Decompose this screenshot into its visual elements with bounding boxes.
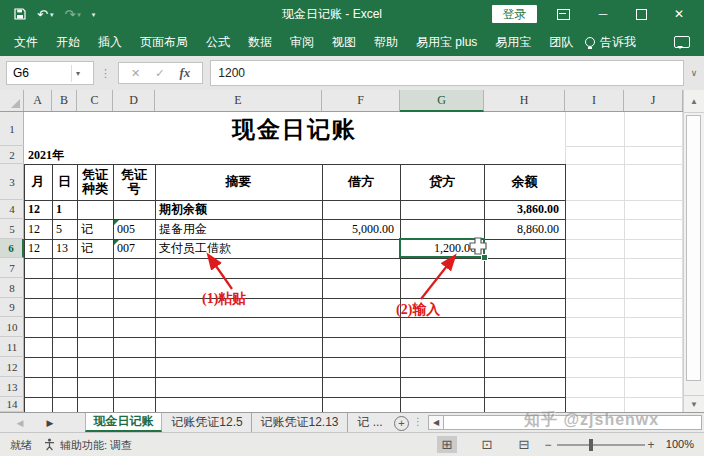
insert-function-icon[interactable]: fx: [179, 65, 190, 81]
sheet-nav-right-button[interactable]: ▶: [42, 416, 58, 430]
header-cell-voucher-no[interactable]: 凭证号: [113, 164, 155, 200]
column-header-g-selected[interactable]: G: [400, 90, 484, 112]
ribbon-tab-help[interactable]: 帮助: [365, 34, 407, 51]
row-header-5[interactable]: 5: [0, 219, 24, 239]
ribbon-tab-file[interactable]: 文件: [0, 34, 47, 51]
column-header-f[interactable]: F: [322, 90, 400, 111]
worksheet-grid[interactable]: 1 2 3 4 5 6 7 8 9 10 11 12 13 14 现金日记账 2…: [0, 112, 683, 412]
column-header-e[interactable]: E: [155, 90, 322, 111]
row-header-4[interactable]: 4: [0, 200, 24, 219]
scroll-down-button[interactable]: ▼: [684, 395, 704, 412]
view-normal-button[interactable]: ⊞: [437, 436, 457, 453]
cell-a2-year[interactable]: 2021年: [24, 146, 104, 164]
header-cell-day[interactable]: 日: [52, 164, 77, 200]
header-cell-summary[interactable]: 摘要: [155, 164, 322, 200]
cell-c6-voucher-type[interactable]: 记: [77, 239, 113, 258]
ribbon-tab-formulas[interactable]: 公式: [197, 34, 239, 51]
column-header-a[interactable]: A: [24, 90, 52, 111]
name-box-dropdown-icon[interactable]: ▾: [71, 65, 84, 82]
cell-a4-month[interactable]: 12: [24, 200, 52, 219]
select-all-corner[interactable]: [0, 90, 24, 111]
comment-icon[interactable]: [674, 36, 690, 48]
row-header-10[interactable]: 10: [0, 317, 24, 337]
row-header-2[interactable]: 2: [0, 146, 24, 164]
hscroll-left-button[interactable]: ◀: [428, 415, 444, 430]
ribbon-tab-home[interactable]: 开始: [47, 34, 89, 51]
column-header-h[interactable]: H: [484, 90, 565, 111]
cell-c5-voucher-type[interactable]: 记: [77, 219, 113, 239]
cell-b4-day[interactable]: 1: [52, 200, 77, 219]
cell-h5-balance[interactable]: 8,860.00: [484, 219, 565, 239]
ribbon-tab-page-layout[interactable]: 页面布局: [131, 34, 197, 51]
sheet-tab-voucher-12-13[interactable]: 记账凭证12.13: [252, 413, 348, 432]
close-button[interactable]: ✕: [662, 0, 696, 28]
name-box[interactable]: ▾: [6, 61, 94, 85]
row-header-3[interactable]: 3: [0, 164, 24, 200]
confirm-entry-icon[interactable]: ✓: [155, 67, 164, 80]
header-cell-balance[interactable]: 余额: [484, 164, 565, 200]
maximize-button[interactable]: [624, 0, 658, 28]
ribbon-tab-review[interactable]: 审阅: [281, 34, 323, 51]
column-header-d[interactable]: D: [113, 90, 155, 111]
header-cell-voucher-type[interactable]: 凭证种类: [77, 164, 113, 200]
cell-d5-voucher-no[interactable]: 005: [113, 219, 155, 239]
cell-a6-month[interactable]: 12: [24, 239, 52, 258]
view-page-layout-button[interactable]: ⊡: [477, 436, 497, 453]
vertical-scrollbar[interactable]: ▲ ▼: [683, 90, 704, 412]
tell-me-button[interactable]: 告诉我: [585, 34, 640, 51]
row-header-9[interactable]: 9: [0, 298, 24, 317]
row-header-13[interactable]: 13: [0, 377, 24, 397]
row-header-6-selected[interactable]: 6: [0, 239, 24, 258]
fill-handle[interactable]: [481, 254, 488, 261]
sheet-tab-cash-journal[interactable]: 现金日记账: [85, 413, 162, 432]
row-header-14[interactable]: 14: [0, 397, 24, 412]
column-header-i[interactable]: I: [565, 90, 624, 111]
cell-e5-summary[interactable]: 提备用金: [155, 219, 322, 239]
scroll-up-button[interactable]: ▲: [684, 90, 704, 113]
name-box-input[interactable]: [7, 65, 71, 81]
cell-a5-month[interactable]: 12: [24, 219, 52, 239]
zoom-slider-handle[interactable]: [589, 439, 593, 451]
row-header-1[interactable]: 1: [0, 112, 24, 146]
column-header-j[interactable]: J: [624, 90, 683, 111]
new-sheet-button[interactable]: +: [394, 416, 409, 431]
ribbon-display-options-button[interactable]: [546, 0, 580, 28]
row-header-7[interactable]: 7: [0, 258, 24, 278]
sheet-tab-truncated[interactable]: 记 ...: [348, 413, 392, 432]
view-page-break-button[interactable]: ⊟: [514, 436, 534, 453]
cell-d6-voucher-no[interactable]: 007: [113, 239, 155, 258]
cell-b5-day[interactable]: 5: [52, 219, 77, 239]
row-header-8[interactable]: 8: [0, 278, 24, 298]
formula-input[interactable]: [210, 60, 684, 86]
cell-h4-balance[interactable]: 3,860.00: [484, 200, 565, 219]
formula-bar-expand-icon[interactable]: ∨: [684, 68, 704, 78]
column-header-c[interactable]: C: [77, 90, 113, 111]
ribbon-tab-team[interactable]: 团队: [540, 34, 582, 51]
zoom-level-label[interactable]: 100%: [658, 438, 694, 450]
zoom-slider-track[interactable]: [557, 444, 645, 446]
vertical-scrollbar-thumb[interactable]: [686, 115, 701, 381]
cell-e6-summary[interactable]: 支付员工借款: [155, 239, 322, 258]
sheet-tab-voucher-12-5[interactable]: 记账凭证12.5: [163, 413, 252, 432]
cell-b6-day[interactable]: 13: [52, 239, 77, 258]
zoom-in-button[interactable]: +: [644, 436, 658, 453]
cancel-entry-icon[interactable]: ✕: [131, 67, 140, 80]
ribbon-tab-yiyongbao[interactable]: 易用宝: [486, 34, 540, 51]
cell-f5-debit[interactable]: 5,000.00: [322, 219, 400, 239]
row-header-11[interactable]: 11: [0, 337, 24, 357]
header-cell-month[interactable]: 月: [24, 164, 52, 200]
ribbon-tab-data[interactable]: 数据: [239, 34, 281, 51]
header-cell-debit[interactable]: 借方: [322, 164, 400, 200]
ribbon-tab-yiyongbao-plus[interactable]: 易用宝 plus: [407, 34, 486, 51]
column-header-b[interactable]: B: [52, 90, 77, 111]
ribbon-tab-view[interactable]: 视图: [323, 34, 365, 51]
zoom-out-button[interactable]: −: [541, 436, 555, 453]
sheet-nav-left-button[interactable]: ◀: [12, 416, 28, 430]
cell-e4-summary[interactable]: 期初余额: [155, 200, 322, 219]
cell-a1-sheet-title[interactable]: 现金日记账: [24, 112, 565, 146]
row-header-12[interactable]: 12: [0, 357, 24, 377]
minimize-button[interactable]: ─: [586, 0, 620, 28]
ribbon-tab-insert[interactable]: 插入: [89, 34, 131, 51]
header-cell-credit[interactable]: 贷方: [400, 164, 484, 200]
sign-in-button[interactable]: 登录: [492, 5, 537, 23]
